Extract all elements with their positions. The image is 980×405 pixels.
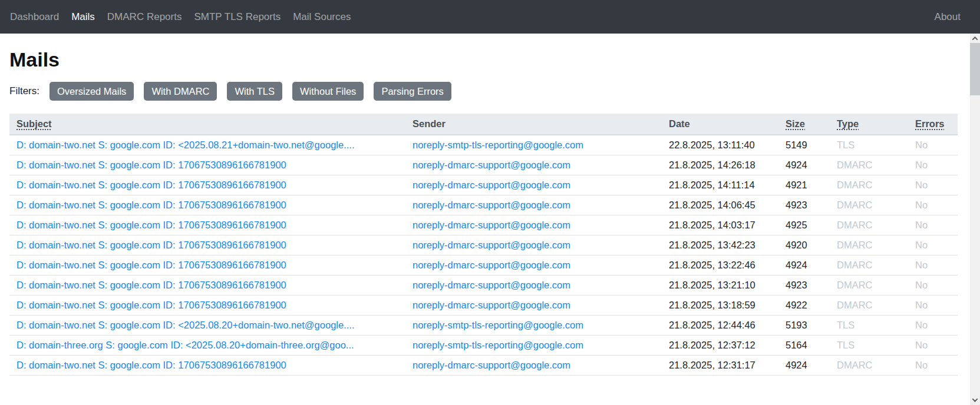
mails-table: Subject Sender Date Size Type Errors D: … [9,114,958,376]
filter-button-with-dmarc[interactable]: With DMARC [144,82,217,101]
mail-date: 21.8.2025, 13:18:59 [662,295,778,315]
scrollbar-up-button[interactable] [970,34,980,44]
scrollbar-down-button[interactable] [970,395,980,405]
column-header-errors[interactable]: Errors [915,118,945,129]
mail-type: TLS [830,315,908,335]
mail-subject-link[interactable]: D: domain-two.net S: google.com ID: 1706… [17,220,286,230]
mail-size: 4924 [778,355,830,375]
mail-errors: No [908,295,958,315]
nav-item-dmarc-reports[interactable]: DMARC Reports [107,11,182,23]
mail-subject-link[interactable]: D: domain-two.net S: google.com ID: 1706… [17,360,286,370]
filter-button-oversized-mails[interactable]: Oversized Mails [50,82,134,101]
table-row: D: domain-two.net S: google.com ID: 1706… [9,195,958,215]
nav-item-mails[interactable]: Mails [71,11,95,23]
mail-errors: No [908,175,958,195]
mail-type: DMARC [830,215,908,235]
mail-errors: No [908,235,958,255]
mail-date: 21.8.2025, 12:44:46 [662,315,778,335]
mail-size: 4922 [778,295,830,315]
column-header-type[interactable]: Type [837,118,859,129]
mail-date: 21.8.2025, 13:22:46 [662,255,778,275]
navbar: DashboardMailsDMARC ReportsSMTP TLS Repo… [0,0,980,34]
mail-subject-link[interactable]: D: domain-two.net S: google.com ID: 1706… [17,280,286,290]
mail-size: 4920 [778,235,830,255]
mail-date: 21.8.2025, 14:11:14 [662,175,778,195]
mail-sender-link[interactable]: noreply-dmarc-support@google.com [413,220,570,230]
mail-size: 4923 [778,195,830,215]
mail-errors: No [908,275,958,295]
mail-errors: No [908,315,958,335]
main-content: Mails Filters: Oversized MailsWith DMARC… [0,34,970,376]
column-header-date: Date [669,118,690,129]
mail-subject-link[interactable]: D: domain-two.net S: google.com ID: <202… [17,140,355,150]
mail-date: 21.8.2025, 14:06:45 [662,195,778,215]
page-title: Mails [9,48,961,72]
filter-button-without-files[interactable]: Without Files [292,82,364,101]
table-header-row: Subject Sender Date Size Type Errors [9,114,958,135]
nav-item-mail-sources[interactable]: Mail Sources [293,11,351,23]
table-row: D: domain-two.net S: google.com ID: 1706… [9,275,958,295]
filters-label: Filters: [9,85,39,97]
mail-date: 21.8.2025, 12:31:17 [662,355,778,375]
mail-sender-link[interactable]: noreply-dmarc-support@google.com [413,200,570,210]
mail-subject-link[interactable]: D: domain-two.net S: google.com ID: 1706… [17,160,286,170]
table-row: D: domain-two.net S: google.com ID: 1706… [9,155,958,175]
table-row: D: domain-two.net S: google.com ID: 1706… [9,355,958,375]
mail-type: TLS [830,335,908,355]
column-header-sender: Sender [413,118,446,129]
chevron-down-icon [972,396,978,402]
mail-sender-link[interactable]: noreply-smtp-tls-reporting@google.com [413,320,583,330]
mail-errors: No [908,335,958,355]
nav-item-smtp-tls-reports[interactable]: SMTP TLS Reports [194,11,281,23]
table-row: D: domain-two.net S: google.com ID: 1706… [9,295,958,315]
mail-errors: No [908,155,958,175]
mail-errors: No [908,355,958,375]
column-header-subject[interactable]: Subject [17,118,52,129]
mail-subject-link[interactable]: D: domain-two.net S: google.com ID: 1706… [17,180,286,190]
mail-type: DMARC [830,255,908,275]
mail-type: DMARC [830,275,908,295]
mail-subject-link[interactable]: D: domain-two.net S: google.com ID: 1706… [17,260,286,270]
column-header-size[interactable]: Size [786,118,805,129]
mail-date: 22.8.2025, 13:11:40 [662,135,778,155]
mail-errors: No [908,255,958,275]
vertical-scrollbar[interactable] [970,34,980,405]
mail-type: DMARC [830,235,908,255]
mail-size: 5164 [778,335,830,355]
mail-size: 4925 [778,215,830,235]
mail-subject-link[interactable]: D: domain-two.net S: google.com ID: 1706… [17,300,286,310]
mail-size: 4923 [778,275,830,295]
mail-sender-link[interactable]: noreply-dmarc-support@google.com [413,360,570,370]
mail-date: 21.8.2025, 12:37:12 [662,335,778,355]
mail-subject-link[interactable]: D: domain-two.net S: google.com ID: <202… [17,320,355,330]
mail-date: 21.8.2025, 13:21:10 [662,275,778,295]
mail-size: 5193 [778,315,830,335]
mail-type: DMARC [830,195,908,215]
filter-button-with-tls[interactable]: With TLS [227,82,282,101]
mail-sender-link[interactable]: noreply-dmarc-support@google.com [413,280,570,290]
table-body: D: domain-two.net S: google.com ID: <202… [9,135,958,376]
chevron-up-icon [972,36,978,42]
mail-subject-link[interactable]: D: domain-three.org S: google.com ID: <2… [17,340,354,350]
mail-size: 4924 [778,155,830,175]
mail-type: DMARC [830,295,908,315]
table-row: D: domain-three.org S: google.com ID: <2… [9,335,958,355]
mail-date: 21.8.2025, 13:42:23 [662,235,778,255]
mail-sender-link[interactable]: noreply-smtp-tls-reporting@google.com [413,340,583,350]
mail-sender-link[interactable]: noreply-dmarc-support@google.com [413,260,570,270]
scrollbar-thumb[interactable] [970,43,980,95]
table-row: D: domain-two.net S: google.com ID: 1706… [9,235,958,255]
mail-subject-link[interactable]: D: domain-two.net S: google.com ID: 1706… [17,240,286,250]
filter-button-parsing-errors[interactable]: Parsing Errors [374,82,451,101]
mail-sender-link[interactable]: noreply-dmarc-support@google.com [413,300,570,310]
mail-type: DMARC [830,175,908,195]
mail-subject-link[interactable]: D: domain-two.net S: google.com ID: 1706… [17,200,286,210]
mail-sender-link[interactable]: noreply-dmarc-support@google.com [413,160,570,170]
nav-item-dashboard[interactable]: Dashboard [10,11,59,23]
mail-sender-link[interactable]: noreply-dmarc-support@google.com [413,240,570,250]
mail-sender-link[interactable]: noreply-dmarc-support@google.com [413,180,570,190]
nav-item-about[interactable]: About [935,11,961,23]
table-header: Subject Sender Date Size Type Errors [9,114,958,135]
table-row: D: domain-two.net S: google.com ID: <202… [9,315,958,335]
mail-sender-link[interactable]: noreply-smtp-tls-reporting@google.com [413,140,583,150]
